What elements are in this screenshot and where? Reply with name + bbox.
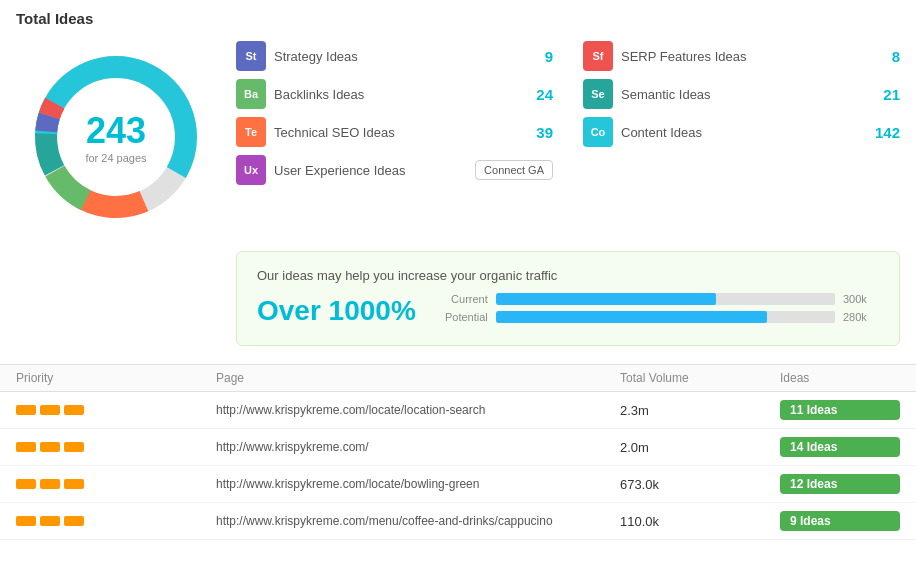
priority-dot <box>64 405 84 415</box>
idea-label: Content Ideas <box>621 125 861 140</box>
ideas-badge: 14 Ideas <box>780 437 900 457</box>
table-section: PriorityPageTotal VolumeIdeas http://www… <box>0 364 916 540</box>
page-url[interactable]: http://www.krispykreme.com/menu/coffee-a… <box>216 514 620 528</box>
page-title: Total Ideas <box>16 10 900 27</box>
bar-track <box>496 293 835 305</box>
idea-row: Te Technical SEO Ideas 39 <box>236 117 553 147</box>
total-count: 243 <box>85 110 146 152</box>
table-col-header: Priority <box>16 371 216 385</box>
priority-dot <box>16 516 36 526</box>
idea-badge: Co <box>583 117 613 147</box>
bar-value: 280k <box>843 311 879 323</box>
bar-row: Potential 280k <box>436 311 879 323</box>
table-header: PriorityPageTotal VolumeIdeas <box>0 365 916 392</box>
priority-dot <box>64 442 84 452</box>
ideas-overview: 243 for 24 pages St Strategy Ideas 9 Sf … <box>16 37 900 237</box>
idea-label: Technical SEO Ideas <box>274 125 522 140</box>
ideas-badge: 9 Ideas <box>780 511 900 531</box>
idea-row: St Strategy Ideas 9 <box>236 41 553 71</box>
bar-fill <box>496 311 767 323</box>
priority-dot <box>16 479 36 489</box>
idea-badge: Ba <box>236 79 266 109</box>
idea-count: 21 <box>883 86 900 103</box>
priority-dots <box>16 479 216 489</box>
total-volume: 2.0m <box>620 440 780 455</box>
bar-value: 300k <box>843 293 879 305</box>
ideas-badge: 12 Ideas <box>780 474 900 494</box>
page-url[interactable]: http://www.krispykreme.com/locate/bowlin… <box>216 477 620 491</box>
page-url[interactable]: http://www.krispykreme.com/ <box>216 440 620 454</box>
idea-count: 8 <box>892 48 900 65</box>
traffic-title: Our ideas may help you increase your org… <box>257 268 879 283</box>
idea-badge: Te <box>236 117 266 147</box>
total-volume: 2.3m <box>620 403 780 418</box>
bar-fill <box>496 293 716 305</box>
idea-row: Se Semantic Ideas 21 <box>583 79 900 109</box>
idea-row: Sf SERP Features Ideas 8 <box>583 41 900 71</box>
total-volume: 673.0k <box>620 477 780 492</box>
idea-badge: St <box>236 41 266 71</box>
bar-track <box>496 311 835 323</box>
idea-label: SERP Features Ideas <box>621 49 878 64</box>
table-row: http://www.krispykreme.com/ 2.0m 14 Idea… <box>0 429 916 466</box>
ideas-grid: St Strategy Ideas 9 Sf SERP Features Ide… <box>236 41 900 185</box>
priority-dots <box>16 516 216 526</box>
idea-row: Co Content Ideas 142 <box>583 117 900 147</box>
idea-label: Strategy Ideas <box>274 49 531 64</box>
page-url[interactable]: http://www.krispykreme.com/locate/locati… <box>216 403 620 417</box>
traffic-percent: Over 1000% <box>257 295 416 327</box>
traffic-bars: Current 300k Potential 280k <box>436 293 879 329</box>
idea-count: 9 <box>545 48 553 65</box>
idea-count: 142 <box>875 124 900 141</box>
table-col-header: Total Volume <box>620 371 780 385</box>
priority-dot <box>64 479 84 489</box>
idea-label: Backlinks Ideas <box>274 87 522 102</box>
idea-label: Semantic Ideas <box>621 87 869 102</box>
idea-count: 39 <box>536 124 553 141</box>
table-col-header: Ideas <box>780 371 900 385</box>
idea-badge: Sf <box>583 41 613 71</box>
total-volume: 110.0k <box>620 514 780 529</box>
traffic-box: Our ideas may help you increase your org… <box>236 251 900 346</box>
idea-badge: Ux <box>236 155 266 185</box>
idea-count: 24 <box>536 86 553 103</box>
bar-label: Current <box>436 293 488 305</box>
table-row: http://www.krispykreme.com/menu/coffee-a… <box>0 503 916 540</box>
idea-label: User Experience Ideas <box>274 163 461 178</box>
idea-row: Ba Backlinks Ideas 24 <box>236 79 553 109</box>
priority-dot <box>16 442 36 452</box>
bar-row: Current 300k <box>436 293 879 305</box>
ideas-badge: 11 Ideas <box>780 400 900 420</box>
table-row: http://www.krispykreme.com/locate/locati… <box>0 392 916 429</box>
table-row: http://www.krispykreme.com/locate/bowlin… <box>0 466 916 503</box>
table-col-header: Page <box>216 371 620 385</box>
priority-dot <box>16 405 36 415</box>
idea-badge: Se <box>583 79 613 109</box>
priority-dots <box>16 442 216 452</box>
priority-dot <box>40 405 60 415</box>
priority-dot <box>40 516 60 526</box>
priority-dot <box>64 516 84 526</box>
idea-row: Ux User Experience Ideas Connect GA <box>236 155 553 185</box>
priority-dot <box>40 442 60 452</box>
donut-chart: 243 for 24 pages <box>16 37 216 237</box>
page-count: for 24 pages <box>85 152 146 164</box>
bar-label: Potential <box>436 311 488 323</box>
connect-ga-button[interactable]: Connect GA <box>475 160 553 180</box>
priority-dots <box>16 405 216 415</box>
priority-dot <box>40 479 60 489</box>
